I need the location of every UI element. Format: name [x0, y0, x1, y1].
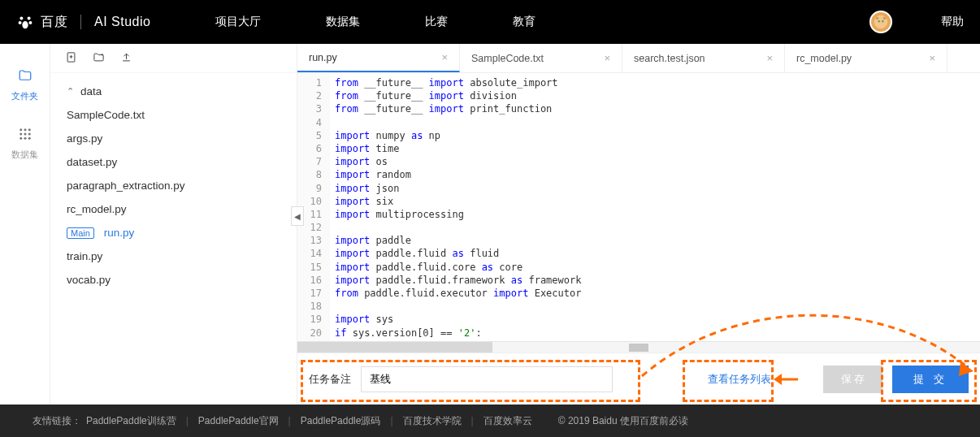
svg-point-8 [876, 17, 879, 20]
tree-file[interactable]: SampleCode.txt [50, 103, 297, 127]
logo[interactable]: 百度 AI Studio [16, 13, 150, 31]
svg-point-11 [24, 128, 26, 131]
tree-file[interactable]: vocab.py [50, 268, 297, 292]
nav-item-projects[interactable]: 项目大厅 [215, 15, 261, 29]
tree-file-main[interactable]: Main run.py [50, 221, 297, 244]
folder-icon [17, 68, 33, 87]
new-file-icon[interactable] [65, 51, 77, 66]
remark-input[interactable] [361, 366, 613, 392]
sidebar-tab-files-label: 文件夹 [11, 90, 38, 102]
svg-point-12 [28, 128, 30, 131]
callout-arrow-left [772, 371, 800, 387]
sidebar-tab-datasets-label: 数据集 [11, 149, 38, 161]
tree-file-main-label: run.py [104, 227, 135, 239]
collapse-handle[interactable]: ◀ [291, 206, 304, 226]
tree-file[interactable]: args.py [50, 127, 297, 150]
nav-item-datasets[interactable]: 数据集 [326, 15, 360, 29]
close-icon[interactable]: × [604, 52, 610, 64]
nav-item-education[interactable]: 教育 [513, 15, 536, 29]
svg-point-0 [20, 16, 23, 19]
scroll-tick [629, 344, 648, 352]
tab-search-json[interactable]: search.test.json × [622, 44, 785, 72]
file-panel: ⌃ data SampleCode.txt args.py dataset.py… [50, 44, 297, 405]
tree-file[interactable]: rc_model.py [50, 197, 297, 221]
remark-label: 任务备注 [309, 372, 351, 387]
paw-icon [16, 13, 34, 31]
svg-point-1 [28, 16, 31, 19]
footer-link[interactable]: 百度技术学院 [403, 414, 462, 428]
tab-rc-model[interactable]: rc_model.py × [785, 44, 947, 72]
footer-link[interactable]: PaddlePaddle官网 [198, 414, 279, 428]
brand-cn: 百度 [41, 14, 67, 31]
nav-help[interactable]: 帮助 [941, 15, 964, 29]
svg-point-6 [878, 20, 880, 22]
horizontal-scrollbar[interactable] [297, 341, 980, 353]
svg-point-4 [22, 21, 28, 28]
file-tree: ⌃ data SampleCode.txt args.py dataset.py… [50, 73, 297, 298]
brand-divider [80, 15, 81, 29]
code-content[interactable]: from __future__ import absolute_importfr… [330, 73, 980, 341]
svg-point-13 [20, 133, 22, 136]
tab-label: SampleCode.txt [471, 53, 544, 64]
submit-button[interactable]: 提 交 [892, 366, 969, 393]
footer-link[interactable]: PaddlePaddle源码 [301, 414, 381, 428]
tab-label: search.test.json [634, 53, 705, 64]
svg-point-10 [20, 128, 22, 131]
tree-file[interactable]: paragraph_extraction.py [50, 174, 297, 197]
svg-point-2 [19, 21, 22, 24]
editor-tabs: run.py × SampleCode.txt × search.test.js… [297, 44, 980, 73]
tree-file[interactable]: dataset.py [50, 150, 297, 174]
code-editor[interactable]: 123456789101112131415161718192021222324 … [297, 73, 980, 341]
sidebar-tab-files[interactable]: 文件夹 [11, 68, 38, 102]
tree-folder-data[interactable]: ⌃ data [50, 80, 297, 103]
tree-file[interactable]: train.py [50, 244, 297, 268]
new-folder-icon[interactable] [92, 51, 106, 66]
nav-items: 项目大厅 数据集 比赛 教育 [215, 15, 536, 29]
svg-point-14 [24, 133, 26, 136]
top-nav: 百度 AI Studio 项目大厅 数据集 比赛 教育 帮助 [0, 0, 980, 44]
svg-point-15 [28, 133, 30, 136]
grid-icon [18, 127, 33, 145]
upload-icon[interactable] [120, 51, 132, 66]
tab-label: run.py [309, 52, 337, 63]
sidebar-tab-datasets[interactable]: 数据集 [11, 127, 38, 161]
svg-point-9 [883, 17, 887, 20]
footer-prefix: 友情链接： [33, 414, 81, 428]
tab-samplecode[interactable]: SampleCode.txt × [460, 44, 622, 72]
editor: ◀ run.py × SampleCode.txt × search.test.… [297, 44, 980, 405]
brand-studio: AI Studio [94, 15, 150, 29]
svg-point-3 [28, 21, 32, 24]
close-icon[interactable]: × [929, 52, 935, 64]
main-tag: Main [67, 227, 94, 239]
svg-point-17 [24, 137, 26, 140]
save-button[interactable]: 保 存 [823, 366, 883, 393]
footer-copyright: © 2019 Baidu 使用百度前必读 [558, 414, 688, 428]
scroll-thumb[interactable] [297, 342, 492, 353]
tab-run-py[interactable]: run.py × [297, 44, 460, 72]
footer: 友情链接： PaddlePaddle训练营| PaddlePaddle官网| P… [0, 405, 980, 437]
svg-point-7 [882, 20, 883, 22]
tab-label: rc_model.py [796, 53, 852, 64]
footer-link[interactable]: 百度效率云 [483, 414, 532, 428]
nav-item-contests[interactable]: 比赛 [425, 15, 448, 29]
action-bar: 任务备注 查看任务列表 保 存 提 交 [297, 353, 980, 405]
footer-link[interactable]: PaddlePaddle训练营 [86, 414, 176, 428]
icon-sidebar: 文件夹 数据集 [0, 44, 50, 405]
view-tasks-link[interactable]: 查看任务列表 [708, 372, 771, 387]
svg-point-5 [874, 15, 888, 29]
chevron-down-icon: ⌃ [67, 86, 74, 97]
tree-folder-label: data [80, 85, 102, 97]
svg-point-16 [20, 137, 22, 140]
close-icon[interactable]: × [441, 51, 448, 63]
file-toolbar [50, 44, 297, 73]
avatar[interactable] [869, 11, 892, 33]
svg-point-18 [28, 137, 30, 140]
close-icon[interactable]: × [766, 52, 773, 64]
